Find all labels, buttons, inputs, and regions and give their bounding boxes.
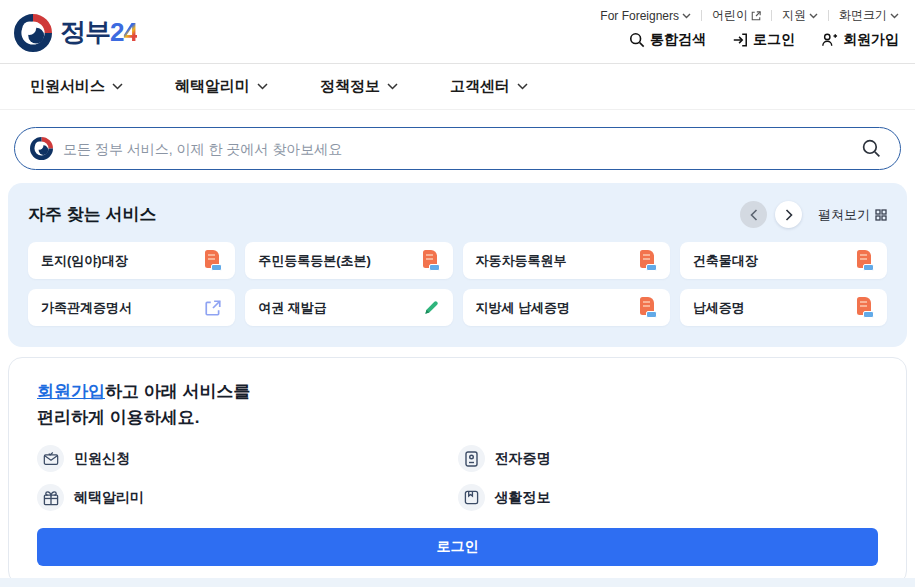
kids-label: 어린이: [712, 7, 748, 24]
unified-search-button[interactable]: 통합검색: [629, 31, 706, 49]
service-card-label: 건축물대장: [693, 252, 758, 270]
nav-label: 민원서비스: [30, 77, 105, 96]
service-card-label: 주민등록등본(초본): [258, 252, 371, 270]
feature-label: 혜택알리미: [74, 489, 144, 507]
feature-label: 생활정보: [495, 489, 551, 507]
chevron-down-icon: [112, 83, 123, 90]
service-card-label: 가족관계증명서: [41, 299, 132, 317]
divider: [828, 10, 829, 21]
for-foreigners-label: For Foreigners: [600, 9, 679, 23]
signup-inline-link[interactable]: 회원가입: [37, 382, 105, 401]
signup-label: 회원가입: [843, 31, 899, 49]
korea-government-emblem-icon: [14, 14, 52, 52]
utility-links-row: For Foreigners 어린이 지원 화면크기: [600, 7, 899, 24]
nav-item-customer-center[interactable]: 고객센터: [450, 77, 528, 96]
document-print-icon: [423, 250, 440, 271]
signup-link[interactable]: 회원가입: [821, 31, 899, 49]
feature-living-info[interactable]: 생활정보: [458, 484, 879, 511]
for-foreigners-menu[interactable]: For Foreigners: [600, 9, 691, 23]
carousel-next-button[interactable]: [775, 201, 802, 228]
korea-government-emblem-mini-icon: [30, 137, 53, 160]
service-card-label: 납세증명: [693, 299, 745, 317]
frequent-services-section: 자주 찾는 서비스 펼쳐보기 토지(임야)대장 주민등록등본(초: [8, 183, 907, 347]
service-card-local-tax-payment-cert[interactable]: 지방세 납세증명: [463, 289, 670, 326]
service-card-label: 여권 재발급: [258, 299, 327, 317]
feature-benefit-notifier[interactable]: 혜택알리미: [37, 484, 458, 511]
search-icon: [861, 138, 882, 159]
signup-promo-heading: 회원가입하고 아래 서비스를 편리하게 이용하세요.: [37, 379, 878, 430]
quick-actions-row: 통합검색 로그인 회원가입: [629, 31, 899, 49]
service-card-grid: 토지(임야)대장 주민등록등본(초본) 자동차등록원부 건축물대장 가족관계증명…: [28, 242, 887, 326]
divider: [771, 10, 772, 21]
chevron-right-icon: [785, 209, 793, 221]
nav-item-benefit-notifier[interactable]: 혜택알리미: [175, 77, 268, 96]
chevron-down-icon: [809, 13, 818, 19]
chevron-down-icon: [387, 83, 398, 90]
feature-electronic-certificate[interactable]: 전자증명: [458, 445, 879, 472]
service-card-tax-payment-cert[interactable]: 납세증명: [680, 289, 887, 326]
support-label: 지원: [782, 7, 806, 24]
search-bar: [14, 127, 901, 170]
external-link-icon: [204, 299, 222, 317]
header: 정부24 For Foreigners 어린이 지원: [0, 0, 915, 63]
feature-label: 전자증명: [495, 450, 551, 468]
search-input[interactable]: [63, 141, 853, 157]
divider: [701, 10, 702, 21]
chevron-down-icon: [682, 13, 691, 19]
login-link[interactable]: 로그인: [732, 31, 795, 49]
nav-item-minwon-services[interactable]: 민원서비스: [30, 77, 123, 96]
logo-text: 정부24: [60, 15, 137, 50]
service-card-family-relation-cert[interactable]: 가족관계증명서: [28, 289, 235, 326]
external-link-icon: [751, 11, 761, 21]
feature-label: 민원신청: [74, 450, 130, 468]
expand-view-label: 펼쳐보기: [818, 206, 870, 224]
nav-item-policy-info[interactable]: 정책정보: [320, 77, 398, 96]
service-card-land-registry[interactable]: 토지(임야)대장: [28, 242, 235, 279]
service-card-vehicle-registry[interactable]: 자동차등록원부: [463, 242, 670, 279]
search-section: [0, 110, 915, 183]
frequent-services-title: 자주 찾는 서비스: [28, 203, 156, 226]
login-label: 로그인: [753, 31, 795, 49]
login-arrow-icon: [732, 32, 748, 48]
search-icon: [629, 32, 645, 48]
header-utility: For Foreigners 어린이 지원 화면크기: [600, 0, 899, 63]
frequent-services-header: 자주 찾는 서비스 펼쳐보기: [28, 201, 887, 228]
gift-icon: [37, 484, 64, 511]
document-print-icon: [640, 297, 657, 318]
nav-label: 고객센터: [450, 77, 510, 96]
gov24-logo[interactable]: 정부24: [14, 2, 137, 63]
screen-size-label: 화면크기: [839, 7, 887, 24]
book-bookmark-icon: [458, 484, 485, 511]
kids-link[interactable]: 어린이: [712, 7, 761, 24]
document-print-icon: [205, 250, 222, 271]
next-section-edge: [0, 578, 915, 587]
envelope-check-icon: [37, 445, 64, 472]
service-card-label: 토지(임야)대장: [41, 252, 128, 270]
person-plus-icon: [821, 32, 838, 48]
document-print-icon: [857, 297, 874, 318]
main-nav: 민원서비스 혜택알리미 정책정보 고객센터: [0, 63, 915, 110]
heading-rest: 하고 아래 서비스를: [105, 382, 250, 401]
service-card-resident-registration[interactable]: 주민등록등본(초본): [245, 242, 452, 279]
feature-minwon-apply[interactable]: 민원신청: [37, 445, 458, 472]
login-button[interactable]: 로그인: [37, 528, 878, 566]
document-print-icon: [857, 250, 874, 271]
service-card-passport-reissue[interactable]: 여권 재발급: [245, 289, 452, 326]
search-submit-button[interactable]: [853, 134, 890, 163]
id-card-icon: [458, 445, 485, 472]
screen-size-menu[interactable]: 화면크기: [839, 7, 899, 24]
heading-line2: 편리하게 이용하세요.: [37, 408, 199, 427]
grid-icon: [875, 209, 887, 221]
nav-label: 정책정보: [320, 77, 380, 96]
document-print-icon: [640, 250, 657, 271]
carousel-prev-button[interactable]: [740, 201, 767, 228]
service-card-label: 자동차등록원부: [476, 252, 567, 270]
expand-view-button[interactable]: 펼쳐보기: [818, 206, 887, 224]
unified-search-label: 통합검색: [650, 31, 706, 49]
service-card-building-registry[interactable]: 건축물대장: [680, 242, 887, 279]
support-menu[interactable]: 지원: [782, 7, 818, 24]
gov24-portal-page: 정부24 For Foreigners 어린이 지원: [0, 0, 915, 587]
nav-label: 혜택알리미: [175, 77, 250, 96]
chevron-left-icon: [750, 209, 758, 221]
feature-list: 민원신청 전자증명 혜택알리미 생활정보: [37, 445, 878, 511]
